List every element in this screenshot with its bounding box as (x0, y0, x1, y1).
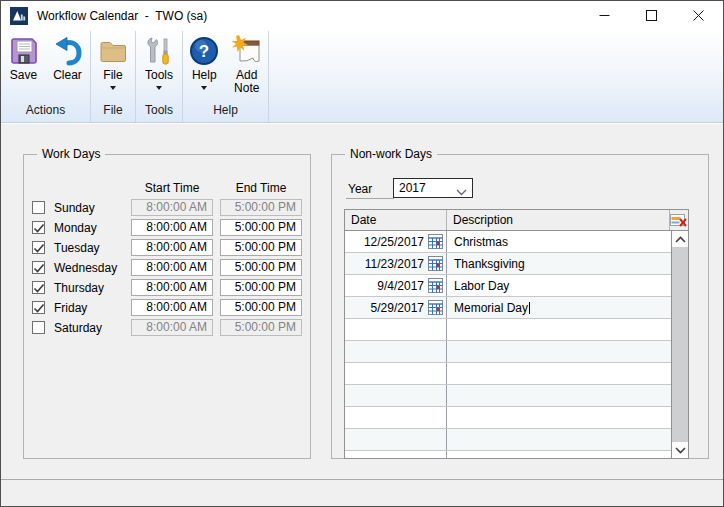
end-time-field[interactable]: 5:00:00 PM (220, 259, 302, 276)
date-value: 5/29/2017 (371, 301, 424, 315)
end-time-field[interactable]: 5:00:00 PM (220, 279, 302, 296)
close-button[interactable] (680, 1, 716, 30)
day-label: Tuesday (54, 241, 100, 255)
day-checkbox[interactable] (32, 281, 45, 294)
date-cell[interactable] (345, 451, 447, 458)
workday-row: Monday8:00:00 AM5:00:00 PM (24, 219, 310, 239)
date-picker-calendar-icon[interactable] (428, 278, 443, 293)
table-row (345, 451, 671, 458)
date-picker-calendar-icon[interactable] (428, 234, 443, 249)
date-value: 9/4/2017 (377, 279, 424, 293)
end-time-field[interactable]: 5:00:00 PM (220, 239, 302, 256)
date-cell[interactable]: 12/25/2017 (345, 231, 447, 252)
folder-icon (97, 35, 129, 67)
date-cell[interactable]: 5/29/2017 (345, 297, 447, 318)
date-cell[interactable] (345, 385, 447, 406)
end-time-field[interactable]: 5:00:00 PM (220, 299, 302, 316)
date-value: 11/23/2017 (365, 257, 424, 271)
non-work-days-table: Date Description 12/25/2017C (344, 209, 689, 459)
ribbon-group-label-actions: Actions (1, 101, 90, 122)
help-menu-label: Help (192, 69, 217, 82)
date-cell[interactable] (345, 341, 447, 362)
date-picker-calendar-icon[interactable] (428, 300, 443, 315)
day-checkbox[interactable] (32, 301, 45, 314)
file-menu-button[interactable]: File (91, 33, 135, 90)
scroll-down-arrow-icon[interactable] (672, 442, 688, 458)
workday-row: Saturday8:00:00 AM5:00:00 PM (24, 319, 310, 339)
save-button[interactable]: Save (2, 33, 46, 82)
description-cell[interactable] (447, 319, 671, 340)
description-cell[interactable] (447, 385, 671, 406)
start-time-field: 8:00:00 AM (131, 199, 213, 216)
table-row: 12/25/2017Christmas (345, 231, 671, 253)
date-cell[interactable]: 9/4/2017 (345, 275, 447, 296)
ribbon-group-label-file: File (91, 101, 135, 122)
date-cell[interactable] (345, 319, 447, 340)
description-cell[interactable]: Thanksgiving (447, 253, 671, 274)
date-cell[interactable]: 11/23/2017 (345, 253, 447, 274)
description-cell[interactable]: Labor Day (447, 275, 671, 296)
clear-button-label: Clear (53, 69, 82, 82)
day-checkbox[interactable] (32, 201, 45, 214)
help-menu-button[interactable]: ? Help (183, 33, 226, 90)
save-floppy-icon (8, 35, 40, 67)
description-value: Thanksgiving (454, 257, 525, 271)
day-checkbox[interactable] (32, 241, 45, 254)
scrollbar-thumb[interactable] (672, 247, 688, 442)
description-cell[interactable] (447, 363, 671, 384)
workday-row: Sunday8:00:00 AM5:00:00 PM (24, 199, 310, 219)
end-time-column-header: End Time (220, 181, 302, 195)
chevron-down-icon (110, 86, 116, 90)
description-cell[interactable]: Christmas (447, 231, 671, 252)
table-row (345, 385, 671, 407)
clear-button[interactable]: Clear (46, 33, 90, 82)
year-dropdown-value: 2017 (399, 181, 426, 195)
day-checkbox[interactable] (32, 261, 45, 274)
start-time-field[interactable]: 8:00:00 AM (131, 239, 213, 256)
description-cell[interactable]: Memorial Day (447, 297, 671, 318)
start-time-field[interactable]: 8:00:00 AM (131, 219, 213, 236)
ribbon-filler (269, 31, 723, 122)
work-days-groupbox: Work Days Start Time End Time Sunday8:00… (23, 154, 311, 459)
description-column-header: Description (453, 213, 513, 227)
tools-menu-button[interactable]: Tools (137, 33, 181, 90)
workday-row: Wednesday8:00:00 AM5:00:00 PM (24, 259, 310, 279)
table-header-row: Date Description (345, 210, 688, 231)
date-cell[interactable] (345, 407, 447, 428)
column-divider (446, 210, 447, 230)
description-value: Christmas (454, 235, 508, 249)
start-time-field[interactable]: 8:00:00 AM (131, 279, 213, 296)
delete-row-icon[interactable] (670, 212, 687, 228)
year-dropdown[interactable]: 2017 (393, 178, 473, 198)
end-time-field: 5:00:00 PM (220, 319, 302, 336)
table-row: 5/29/2017Memorial Day (345, 297, 671, 319)
description-cell[interactable] (447, 341, 671, 362)
maximize-button[interactable] (633, 1, 669, 30)
day-checkbox[interactable] (32, 321, 45, 334)
description-cell[interactable] (447, 451, 671, 458)
scroll-up-arrow-icon[interactable] (672, 231, 688, 247)
chevron-down-icon (156, 86, 162, 90)
day-label: Sunday (54, 201, 95, 215)
date-column-header: Date (351, 213, 376, 227)
description-cell[interactable] (447, 407, 671, 428)
dynamics-gp-app-icon (10, 7, 28, 25)
description-cell[interactable] (447, 429, 671, 450)
tools-menu-label: Tools (145, 69, 173, 82)
workday-row: Friday8:00:00 AM5:00:00 PM (24, 299, 310, 319)
file-menu-label: File (103, 69, 122, 82)
minimize-button[interactable] (586, 1, 622, 30)
start-time-field: 8:00:00 AM (131, 319, 213, 336)
end-time-field[interactable]: 5:00:00 PM (220, 219, 302, 236)
vertical-scrollbar[interactable] (671, 231, 688, 458)
date-cell[interactable] (345, 429, 447, 450)
date-cell[interactable] (345, 363, 447, 384)
day-label: Wednesday (54, 261, 117, 275)
ribbon: Save Clear Actions (1, 31, 723, 123)
start-time-field[interactable]: 8:00:00 AM (131, 299, 213, 316)
svg-text:?: ? (199, 42, 209, 61)
date-picker-calendar-icon[interactable] (428, 256, 443, 271)
add-note-button[interactable]: Add Note (226, 33, 269, 95)
start-time-field[interactable]: 8:00:00 AM (131, 259, 213, 276)
day-checkbox[interactable] (32, 221, 45, 234)
